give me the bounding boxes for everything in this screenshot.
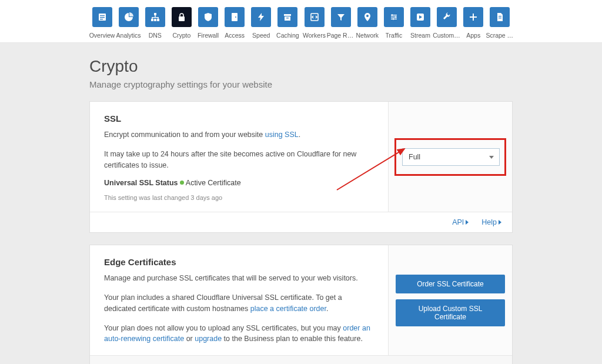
nav-stream[interactable]: Stream: [408, 7, 433, 39]
select-value: Full: [409, 153, 420, 161]
svg-rect-6: [154, 19, 156, 21]
ssl-note: It may take up to 24 hours after the sit…: [104, 149, 374, 171]
nav-label: DNS: [149, 32, 162, 39]
nav-crypto[interactable]: Crypto: [169, 7, 194, 39]
nav-label: Speed: [252, 32, 270, 39]
nav-label: Network: [356, 32, 379, 39]
nav-firewall[interactable]: Firewall: [196, 7, 221, 39]
svg-rect-9: [152, 17, 158, 18]
caret-right-icon: [466, 220, 469, 225]
svg-point-14: [235, 16, 236, 18]
place-certificate-order-link[interactable]: place a certificate order: [250, 305, 326, 313]
nav-apps[interactable]: Apps: [461, 7, 486, 39]
svg-rect-10: [152, 17, 152, 19]
nav-traffic[interactable]: Traffic: [381, 7, 406, 39]
caret-right-icon: [499, 220, 501, 225]
nav-custom-pages[interactable]: Custom P…: [434, 7, 460, 39]
plus-icon: [463, 7, 483, 27]
ssl-desc: Encrypt communication to and from your w…: [104, 131, 265, 139]
api-link-text: API: [452, 218, 464, 226]
nav-label: Caching: [276, 32, 299, 39]
status-dot-icon: [180, 181, 184, 185]
svg-point-23: [391, 14, 393, 16]
svg-rect-30: [499, 18, 501, 18]
ssl-status-text: Active Certificate: [186, 179, 241, 187]
edge-p1: Manage and purchase SSL certificates tha…: [104, 273, 374, 284]
play-icon: [410, 7, 430, 27]
svg-rect-2: [100, 17, 105, 18]
upgrade-link[interactable]: upgrade: [195, 335, 222, 343]
nav-label: Overview: [89, 32, 115, 39]
svg-rect-29: [499, 16, 501, 16]
svg-rect-7: [157, 19, 159, 21]
page-content: Crypto Manage cryptography settings for …: [89, 43, 513, 364]
help-link-text: Help: [481, 218, 497, 226]
page-title: Crypto: [89, 57, 513, 76]
shield-icon: [198, 7, 218, 27]
nav-dns[interactable]: DNS: [142, 7, 168, 39]
top-nav: Overview Analytics DNS Crypto Firewall: [0, 0, 602, 43]
nav-label: Access: [225, 32, 245, 39]
svg-rect-1: [100, 15, 105, 16]
svg-point-25: [392, 18, 394, 20]
document-icon: [490, 7, 510, 27]
svg-point-19: [366, 15, 369, 17]
nav-network[interactable]: Network: [354, 7, 380, 39]
wrench-icon: [437, 7, 457, 27]
ssl-title: SSL: [104, 113, 374, 123]
list-icon: [92, 7, 112, 27]
nav-access[interactable]: Access: [222, 7, 248, 39]
door-icon: [225, 7, 245, 27]
pie-chart-icon: [119, 7, 139, 27]
edge-p3-end: to the Business plan to enable this feat…: [222, 335, 363, 343]
edge-title: Edge Certificates: [104, 257, 374, 267]
nav-overview[interactable]: Overview: [89, 7, 115, 39]
svg-rect-5: [151, 19, 153, 21]
svg-point-24: [394, 16, 396, 18]
svg-rect-4: [154, 13, 156, 15]
lock-icon: [172, 7, 192, 27]
nav-label: Firewall: [198, 32, 219, 39]
nav-label: Scrape Sh…: [486, 32, 514, 39]
ssl-desc-end: .: [299, 131, 300, 139]
upload-ssl-button[interactable]: Upload Custom SSL Certificate: [396, 299, 505, 326]
nav-page-rules[interactable]: Page Rules: [328, 7, 353, 39]
cert-table-header: Hosts Type Certificates: [90, 355, 512, 364]
help-link[interactable]: Help: [481, 218, 501, 226]
svg-rect-15: [284, 14, 291, 16]
pin-icon: [357, 7, 377, 27]
svg-rect-3: [100, 19, 103, 19]
edge-p3-mid: or: [184, 335, 195, 343]
nav-label: Analytics: [116, 32, 141, 39]
nav-scrape-shield[interactable]: Scrape Sh…: [487, 7, 513, 39]
nav-label: Workers: [303, 32, 326, 39]
archive-icon: [277, 7, 297, 27]
order-ssl-button[interactable]: Order SSL Certificate: [396, 275, 505, 293]
nav-analytics[interactable]: Analytics: [116, 7, 141, 39]
svg-rect-16: [285, 16, 290, 21]
ssl-mode-select[interactable]: Full: [402, 148, 500, 166]
nav-label: Traffic: [386, 32, 403, 39]
api-link[interactable]: API: [452, 218, 469, 226]
annotation-highlight: Full: [394, 138, 506, 176]
nav-label: Stream: [410, 32, 430, 39]
edge-p2-end: .: [326, 305, 328, 313]
sitemap-icon: [145, 7, 165, 27]
svg-rect-17: [286, 18, 289, 18]
svg-rect-11: [158, 17, 158, 19]
using-ssl-link[interactable]: using SSL: [265, 131, 299, 139]
svg-rect-28: [470, 16, 477, 18]
bolt-icon: [251, 7, 271, 27]
ssl-meta: This setting was last changed 3 days ago: [104, 194, 374, 201]
nav-label: Crypto: [172, 32, 190, 39]
edge-certs-card: Edge Certificates Manage and purchase SS…: [89, 245, 513, 364]
svg-rect-13: [232, 13, 238, 21]
svg-rect-12: [179, 16, 185, 21]
nav-label: Custom P…: [433, 32, 461, 39]
ssl-status-label: Universal SSL Status: [104, 179, 178, 187]
ssl-card: SSL Encrypt communication to and from yo…: [89, 101, 513, 233]
nav-caching[interactable]: Caching: [275, 7, 300, 39]
nav-speed[interactable]: Speed: [249, 7, 274, 39]
nav-workers[interactable]: Workers: [302, 7, 327, 39]
nav-label: Apps: [466, 32, 480, 39]
